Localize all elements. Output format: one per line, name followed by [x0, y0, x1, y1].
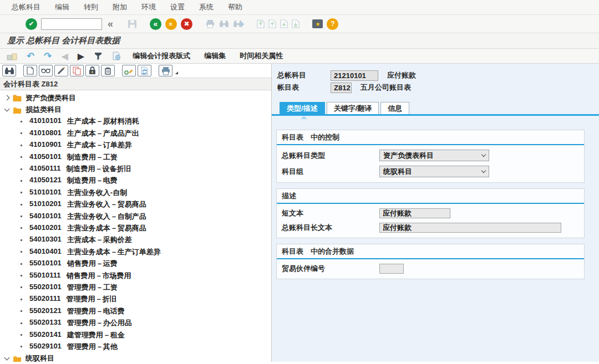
account-item[interactable]: 41050101制造费用－工资: [27, 152, 120, 163]
tree-node-account[interactable]: 55020121管理费用－电话费: [0, 305, 271, 317]
exit-icon[interactable]: «: [165, 18, 177, 30]
find-next-icon[interactable]: +: [233, 20, 244, 28]
account-item[interactable]: 51010101主营业务收入-自制: [27, 187, 130, 198]
app-toolbar-button-2[interactable]: 时间相关属性: [237, 51, 285, 61]
tree-node-account[interactable]: 55010111销售费用－市场费用: [0, 270, 271, 281]
toggle-display-change-button[interactable]: [122, 65, 136, 76]
chevron-right-icon[interactable]: [4, 95, 10, 101]
command-field[interactable]: [41, 18, 102, 30]
help-icon[interactable]: ?: [327, 18, 338, 30]
save-icon[interactable]: [128, 19, 137, 29]
account-item[interactable]: 54010201主营业务成本－贸易商品: [27, 223, 149, 234]
assignment-list-icon[interactable]: [112, 52, 121, 60]
tree-node-folder[interactable]: 统驭科目: [0, 353, 271, 362]
previous-account-icon[interactable]: ◀: [62, 51, 68, 61]
app-toolbar-button-1[interactable]: 编辑集: [202, 51, 228, 61]
find-icon[interactable]: [219, 20, 229, 28]
chevron-down-icon[interactable]: [4, 106, 10, 112]
menu-item-2[interactable]: 转到: [77, 2, 105, 12]
print-options-caret[interactable]: [175, 71, 178, 74]
menu-item-5[interactable]: 设置: [163, 2, 192, 12]
tree-node-account[interactable]: 51010201主营业务收入－贸易商品: [0, 199, 271, 211]
account-item[interactable]: 41010801生产成本－产成品产出: [27, 128, 142, 139]
tab-2[interactable]: 信息: [380, 102, 409, 114]
tree-node-account[interactable]: 55020141建管理费用－租金: [0, 329, 271, 341]
account-item[interactable]: 55020131管理费用－办公用品: [27, 317, 135, 329]
page-down-icon[interactable]: [280, 19, 288, 28]
account-item[interactable]: 55020101管理费用－工资: [27, 282, 120, 293]
tree-node-account[interactable]: 54010101主营业务收入－自制产品: [0, 211, 271, 222]
text-field[interactable]: [379, 264, 404, 274]
tree-node-folder[interactable]: 损益类科目: [0, 104, 271, 115]
account-item[interactable]: 54010101主营业务收入－自制产品: [27, 211, 149, 222]
tree-node-account[interactable]: 41050101制造费用－工资: [0, 151, 271, 163]
account-item[interactable]: 51010201主营业务收入－贸易商品: [27, 199, 149, 210]
lock-button[interactable]: [85, 65, 99, 76]
tree-node-account[interactable]: 41010801生产成本－产成品产出: [0, 127, 271, 139]
last-page-icon[interactable]: [292, 19, 300, 28]
account-item[interactable]: 55020141建管理费用－租金: [27, 330, 128, 341]
tree-node-account[interactable]: 55020101管理费用－工资: [0, 281, 271, 293]
menu-item-3[interactable]: 附加: [105, 2, 134, 12]
first-page-icon[interactable]: [257, 19, 265, 28]
cancel-icon[interactable]: ✖: [181, 18, 192, 30]
menu-item-7[interactable]: 帮助: [221, 2, 250, 12]
tree-node-account[interactable]: 41010101生产成本－原材料消耗: [0, 116, 271, 127]
menu-item-0[interactable]: 总帐科目: [4, 2, 48, 12]
account-item[interactable]: 55010111销售费用－市场费用: [27, 270, 134, 281]
account-item[interactable]: 55020121管理费用－电话费: [27, 306, 128, 317]
text-field[interactable]: [379, 208, 450, 218]
account-name: 制造费用－电费: [67, 176, 118, 186]
tree-node-account[interactable]: 55020131管理费用－办公用品: [0, 317, 271, 329]
create-button[interactable]: [23, 65, 37, 76]
tree-node-account[interactable]: 51010101主营业务收入-自制: [0, 187, 271, 198]
account-item[interactable]: 54010301主营成本－采购价差: [27, 234, 135, 245]
print-tree-button[interactable]: [159, 65, 172, 76]
next-account-icon[interactable]: ▶: [78, 51, 84, 61]
change-button[interactable]: [54, 65, 68, 76]
print-icon[interactable]: [205, 19, 215, 28]
back-icon[interactable]: «: [150, 18, 161, 30]
text-field[interactable]: [379, 223, 561, 233]
new-session-icon[interactable]: ★: [312, 19, 323, 28]
redo-icon[interactable]: ↷: [44, 50, 52, 62]
enter-icon[interactable]: ✔: [26, 18, 37, 30]
tree-node-account[interactable]: 41050121制造费用－电费: [0, 175, 271, 187]
account-item[interactable]: 55029101管理费用－其他: [27, 341, 120, 352]
account-item[interactable]: 55020111管理费用－折旧: [27, 294, 119, 305]
menu-item-1[interactable]: 编辑: [48, 2, 77, 12]
tree-node-account[interactable]: 55029101管理费用－其他: [0, 341, 271, 352]
delete-button[interactable]: [101, 65, 115, 76]
account-item[interactable]: 54010401主营业务成本－生产订单差异: [27, 247, 164, 258]
display-button[interactable]: [39, 65, 53, 76]
tree-node-account[interactable]: 54010301主营成本－采购价差: [0, 234, 271, 246]
refresh-button[interactable]: [138, 65, 151, 76]
other-chart-of-accounts-icon[interactable]: [94, 52, 103, 60]
dropdown-field[interactable]: 统驭科目: [379, 166, 489, 177]
account-item[interactable]: 41010901生产成本－订单差异: [27, 140, 135, 151]
tree-node-account[interactable]: 55010101销售费用－运费: [0, 258, 271, 269]
account-item[interactable]: 41050121制造费用－电费: [27, 175, 120, 186]
tree-node-account[interactable]: 41050111制造费用－设备折旧: [0, 163, 271, 175]
find-tree-button[interactable]: [2, 65, 16, 76]
page-up-icon[interactable]: [268, 19, 276, 28]
menu-item-4[interactable]: 环境: [134, 2, 163, 12]
tree-node-folder[interactable]: 资产负债类科目: [0, 92, 271, 104]
chevron-down-icon[interactable]: [4, 355, 10, 361]
dropdown-field[interactable]: 资产负债表科目: [379, 150, 489, 161]
account-item[interactable]: 41010101生产成本－原材料消耗: [27, 116, 142, 127]
menu-item-6[interactable]: 系统: [192, 2, 221, 12]
tree-node-account[interactable]: 54010401主营业务成本－生产订单差异: [0, 246, 271, 258]
collapse-icon[interactable]: «: [106, 18, 115, 30]
tab-1[interactable]: 关键字/翻译: [327, 102, 379, 114]
display-change-icon[interactable]: [7, 52, 17, 60]
copy-button[interactable]: [70, 65, 84, 76]
undo-icon[interactable]: ↶: [27, 50, 34, 62]
tree-node-account[interactable]: 55020111管理费用－折旧: [0, 294, 271, 305]
app-toolbar-button-0[interactable]: 编辑会计报表版式: [130, 51, 192, 61]
account-item[interactable]: 55010101销售费用－运费: [27, 258, 120, 269]
account-item[interactable]: 41050111制造费用－设备折旧: [27, 163, 134, 175]
tree-node-account[interactable]: 41010901生产成本－订单差异: [0, 140, 271, 151]
tab-0[interactable]: 类型/描述: [280, 102, 325, 114]
tree-node-account[interactable]: 54010201主营业务成本－贸易商品: [0, 222, 271, 234]
